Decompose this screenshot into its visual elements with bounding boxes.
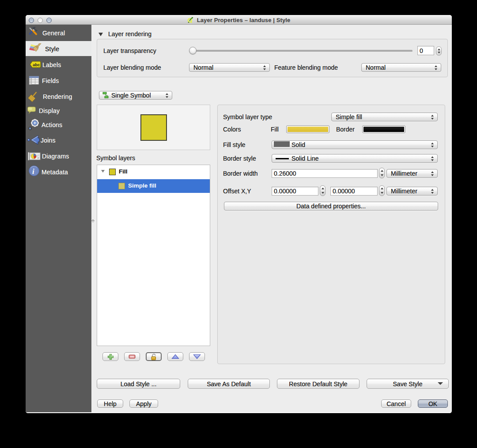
svg-text:i: i xyxy=(32,167,34,176)
svg-text:abc: abc xyxy=(33,62,40,67)
